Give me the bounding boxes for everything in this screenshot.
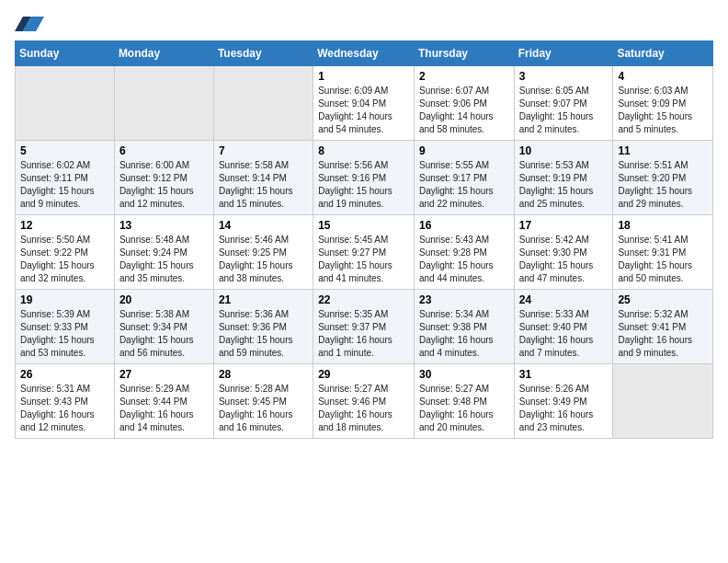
day-info: Sunrise: 5:29 AM Sunset: 9:44 PM Dayligh… [119,383,209,434]
day-number: 29 [318,368,409,381]
day-number: 11 [618,144,708,157]
calendar-cell: 22Sunrise: 5:35 AM Sunset: 9:37 PM Dayli… [313,290,415,364]
day-number: 8 [318,144,409,157]
calendar-cell: 20Sunrise: 5:38 AM Sunset: 9:34 PM Dayli… [114,290,213,364]
day-info: Sunrise: 5:50 AM Sunset: 9:22 PM Dayligh… [20,234,109,285]
calendar-header-row: SundayMondayTuesdayWednesdayThursdayFrid… [16,41,713,66]
calendar-cell: 6Sunrise: 6:00 AM Sunset: 9:12 PM Daylig… [114,141,213,215]
calendar-cell: 2Sunrise: 6:07 AM Sunset: 9:06 PM Daylig… [414,66,514,141]
calendar-cell: 24Sunrise: 5:33 AM Sunset: 9:40 PM Dayli… [514,290,613,364]
calendar-week-row: 26Sunrise: 5:31 AM Sunset: 9:43 PM Dayli… [16,364,713,439]
logo [15,15,48,33]
calendar-cell: 7Sunrise: 5:58 AM Sunset: 9:14 PM Daylig… [213,141,313,215]
day-info: Sunrise: 5:35 AM Sunset: 9:37 PM Dayligh… [318,308,409,360]
day-info: Sunrise: 5:41 AM Sunset: 9:31 PM Dayligh… [618,234,708,285]
calendar-cell: 28Sunrise: 5:28 AM Sunset: 9:45 PM Dayli… [213,364,313,439]
day-number: 27 [119,368,209,381]
logo-icon [15,15,44,33]
day-number: 18 [618,219,708,232]
day-info: Sunrise: 5:28 AM Sunset: 9:45 PM Dayligh… [219,383,308,434]
day-info: Sunrise: 5:56 AM Sunset: 9:16 PM Dayligh… [318,159,409,211]
calendar-cell: 12Sunrise: 5:50 AM Sunset: 9:22 PM Dayli… [16,215,115,290]
day-info: Sunrise: 6:09 AM Sunset: 9:04 PM Dayligh… [318,85,409,136]
day-number: 3 [519,70,609,83]
day-info: Sunrise: 6:03 AM Sunset: 9:09 PM Dayligh… [618,85,708,136]
day-number: 14 [219,219,308,232]
day-info: Sunrise: 5:26 AM Sunset: 9:49 PM Dayligh… [519,383,609,434]
day-number: 4 [618,70,708,83]
day-number: 17 [519,219,609,232]
header-friday: Friday [514,41,613,66]
day-info: Sunrise: 5:36 AM Sunset: 9:36 PM Dayligh… [219,308,308,360]
day-number: 25 [618,293,708,306]
calendar-cell [16,66,115,141]
day-info: Sunrise: 6:07 AM Sunset: 9:06 PM Dayligh… [419,85,509,136]
day-number: 22 [318,293,409,306]
calendar-cell: 16Sunrise: 5:43 AM Sunset: 9:28 PM Dayli… [414,215,514,290]
day-number: 21 [219,293,308,306]
day-info: Sunrise: 5:45 AM Sunset: 9:27 PM Dayligh… [318,234,409,285]
day-info: Sunrise: 5:34 AM Sunset: 9:38 PM Dayligh… [419,308,509,360]
calendar-cell [213,66,313,141]
day-number: 10 [519,144,609,157]
day-number: 12 [20,219,109,232]
header-thursday: Thursday [414,41,514,66]
day-number: 7 [219,144,308,157]
calendar-cell: 4Sunrise: 6:03 AM Sunset: 9:09 PM Daylig… [613,66,713,141]
day-info: Sunrise: 6:00 AM Sunset: 9:12 PM Dayligh… [119,159,209,211]
day-number: 31 [519,368,609,381]
calendar-cell: 18Sunrise: 5:41 AM Sunset: 9:31 PM Dayli… [613,215,713,290]
day-number: 1 [318,70,409,83]
calendar-cell [613,364,713,439]
header-monday: Monday [114,41,213,66]
day-info: Sunrise: 5:27 AM Sunset: 9:48 PM Dayligh… [419,383,509,434]
day-number: 2 [419,70,509,83]
calendar-cell: 13Sunrise: 5:48 AM Sunset: 9:24 PM Dayli… [114,215,213,290]
header-tuesday: Tuesday [213,41,313,66]
calendar-cell: 29Sunrise: 5:27 AM Sunset: 9:46 PM Dayli… [313,364,415,439]
day-number: 26 [20,368,109,381]
calendar-cell: 25Sunrise: 5:32 AM Sunset: 9:41 PM Dayli… [613,290,713,364]
calendar-cell: 19Sunrise: 5:39 AM Sunset: 9:33 PM Dayli… [16,290,115,364]
calendar-week-row: 1Sunrise: 6:09 AM Sunset: 9:04 PM Daylig… [16,66,713,141]
day-info: Sunrise: 6:05 AM Sunset: 9:07 PM Dayligh… [519,85,609,136]
day-number: 19 [20,293,109,306]
day-info: Sunrise: 5:51 AM Sunset: 9:20 PM Dayligh… [618,159,708,211]
calendar-cell: 9Sunrise: 5:55 AM Sunset: 9:17 PM Daylig… [414,141,514,215]
calendar-cell: 8Sunrise: 5:56 AM Sunset: 9:16 PM Daylig… [313,141,415,215]
calendar-week-row: 5Sunrise: 6:02 AM Sunset: 9:11 PM Daylig… [16,141,713,215]
calendar-cell: 10Sunrise: 5:53 AM Sunset: 9:19 PM Dayli… [514,141,613,215]
header-sunday: Sunday [16,41,115,66]
calendar-cell: 1Sunrise: 6:09 AM Sunset: 9:04 PM Daylig… [313,66,415,141]
calendar-cell: 21Sunrise: 5:36 AM Sunset: 9:36 PM Dayli… [213,290,313,364]
day-number: 9 [419,144,509,157]
day-number: 24 [519,293,609,306]
page-header [15,15,713,33]
day-number: 6 [119,144,209,157]
day-number: 13 [119,219,209,232]
calendar-cell: 30Sunrise: 5:27 AM Sunset: 9:48 PM Dayli… [414,364,514,439]
calendar-cell: 23Sunrise: 5:34 AM Sunset: 9:38 PM Dayli… [414,290,514,364]
day-number: 5 [20,144,109,157]
day-info: Sunrise: 5:43 AM Sunset: 9:28 PM Dayligh… [419,234,509,285]
calendar-cell: 11Sunrise: 5:51 AM Sunset: 9:20 PM Dayli… [613,141,713,215]
day-info: Sunrise: 5:46 AM Sunset: 9:25 PM Dayligh… [219,234,308,285]
day-info: Sunrise: 5:58 AM Sunset: 9:14 PM Dayligh… [219,159,308,211]
day-number: 16 [419,219,509,232]
day-number: 23 [419,293,509,306]
calendar-cell: 14Sunrise: 5:46 AM Sunset: 9:25 PM Dayli… [213,215,313,290]
day-number: 20 [119,293,209,306]
day-info: Sunrise: 5:55 AM Sunset: 9:17 PM Dayligh… [419,159,509,211]
calendar-cell: 17Sunrise: 5:42 AM Sunset: 9:30 PM Dayli… [514,215,613,290]
calendar-cell: 31Sunrise: 5:26 AM Sunset: 9:49 PM Dayli… [514,364,613,439]
day-info: Sunrise: 5:42 AM Sunset: 9:30 PM Dayligh… [519,234,609,285]
day-info: Sunrise: 5:33 AM Sunset: 9:40 PM Dayligh… [519,308,609,360]
calendar-cell: 27Sunrise: 5:29 AM Sunset: 9:44 PM Dayli… [114,364,213,439]
day-info: Sunrise: 5:48 AM Sunset: 9:24 PM Dayligh… [119,234,209,285]
header-saturday: Saturday [613,41,713,66]
calendar-cell: 5Sunrise: 6:02 AM Sunset: 9:11 PM Daylig… [16,141,115,215]
day-info: Sunrise: 5:32 AM Sunset: 9:41 PM Dayligh… [618,308,708,360]
day-number: 30 [419,368,509,381]
calendar-cell [114,66,213,141]
day-info: Sunrise: 5:31 AM Sunset: 9:43 PM Dayligh… [20,383,109,434]
